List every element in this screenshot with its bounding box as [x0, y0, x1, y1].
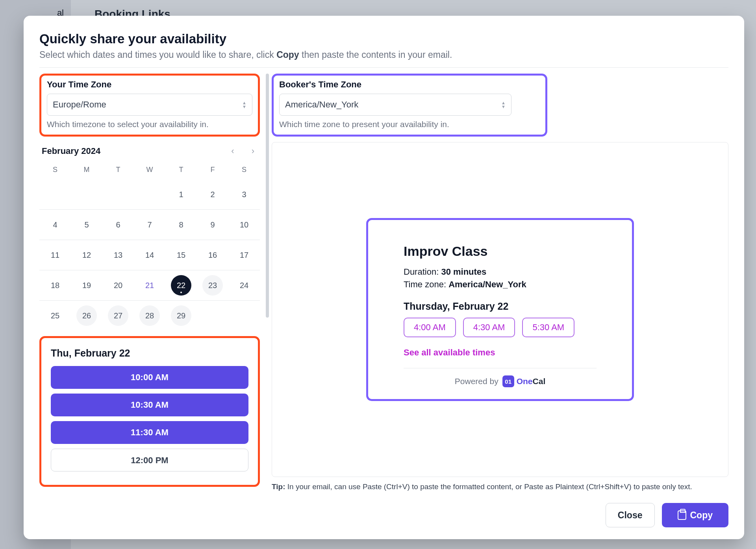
- calendar-day[interactable]: 4: [53, 220, 57, 229]
- calendar-cell[interactable]: 12: [71, 240, 102, 270]
- calendar-day[interactable]: 14: [145, 251, 154, 260]
- booker-timezone-label: Booker's Time Zone: [279, 79, 540, 90]
- close-button[interactable]: Close: [606, 503, 655, 527]
- calendar-cell[interactable]: 24: [228, 270, 260, 300]
- your-timezone-select[interactable]: Europe/Rome ▲▼: [47, 94, 252, 116]
- calendar-day[interactable]: 1: [179, 190, 183, 199]
- calendar-day[interactable]: 12: [82, 251, 91, 260]
- calendar-day[interactable]: 3: [242, 190, 246, 199]
- slots-day-title: Thu, February 22: [51, 348, 253, 359]
- calendar-cell[interactable]: 26: [71, 301, 102, 331]
- modal-title: Quickly share your availability: [39, 31, 728, 46]
- calendar-day[interactable]: 26: [76, 305, 97, 326]
- calendar-cell[interactable]: 14: [134, 240, 165, 270]
- calendar-day[interactable]: 25: [51, 311, 59, 320]
- calendar-day[interactable]: 27: [108, 305, 128, 326]
- calendar-cell[interactable]: 10: [228, 210, 260, 240]
- calendar-cell: [102, 179, 134, 209]
- calendar-cell[interactable]: 13: [102, 240, 134, 270]
- your-timezone-label: Your Time Zone: [47, 79, 252, 90]
- calendar-day[interactable]: 9: [210, 220, 215, 229]
- time-slot-button[interactable]: 10:00 AM: [51, 366, 248, 389]
- preview-event-title: Improv Class: [404, 244, 597, 259]
- calendar-day-selected[interactable]: 22: [171, 275, 191, 296]
- calendar-day[interactable]: 19: [82, 281, 91, 290]
- calendar-cell[interactable]: 4: [39, 210, 71, 240]
- copy-button-label: Copy: [690, 510, 713, 521]
- calendar-cell[interactable]: 16: [197, 240, 228, 270]
- calendar-cell: [228, 301, 260, 331]
- calendar-day[interactable]: 11: [51, 251, 59, 260]
- calendar-day[interactable]: 5: [84, 220, 89, 229]
- calendar-cell[interactable]: 22: [165, 270, 197, 300]
- calendar-cell[interactable]: 7: [134, 210, 165, 240]
- onecal-logo-icon: 01: [502, 375, 514, 387]
- modal-subtitle: Select which dates and times you would l…: [39, 50, 728, 60]
- chevron-right-icon: ›: [252, 146, 254, 156]
- calendar-cell[interactable]: 18: [39, 270, 71, 300]
- preview-time-slot[interactable]: 4:00 AM: [404, 318, 456, 337]
- calendar-cell[interactable]: 19: [71, 270, 102, 300]
- preview-time-slot[interactable]: 4:30 AM: [463, 318, 515, 337]
- calendar-cell[interactable]: 27: [102, 301, 134, 331]
- calendar-cell[interactable]: 15: [165, 240, 197, 270]
- divider: [39, 67, 728, 68]
- calendar-cell[interactable]: 6: [102, 210, 134, 240]
- booker-timezone-help: Which time zone to present your availabi…: [279, 120, 540, 129]
- chevron-left-icon: ‹: [231, 146, 234, 156]
- see-all-times-link[interactable]: See all available times: [404, 348, 597, 358]
- calendar-cell: [197, 301, 228, 331]
- scrollbar[interactable]: [266, 74, 269, 318]
- preview-area: Improv Class Duration: 30 minutes Time z…: [272, 142, 728, 477]
- copy-button[interactable]: Copy: [662, 503, 729, 527]
- calendar-day[interactable]: 16: [208, 251, 217, 260]
- calendar-cell[interactable]: 9: [197, 210, 228, 240]
- calendar-cell[interactable]: 21: [134, 270, 165, 300]
- calendar-dow: F: [197, 162, 228, 179]
- calendar-day[interactable]: 20: [114, 281, 122, 290]
- calendar-cell: [71, 179, 102, 209]
- calendar-next-button[interactable]: ›: [248, 144, 258, 158]
- calendar-cell[interactable]: 23: [197, 270, 228, 300]
- calendar-cell[interactable]: 5: [71, 210, 102, 240]
- calendar-day[interactable]: 6: [116, 220, 120, 229]
- calendar: February 2024 ‹ › SMTWTFS 12345678910111…: [39, 142, 260, 331]
- calendar-day[interactable]: 10: [240, 220, 248, 229]
- calendar-cell[interactable]: 20: [102, 270, 134, 300]
- calendar-day[interactable]: 13: [114, 251, 122, 260]
- calendar-cell[interactable]: 3: [228, 179, 260, 209]
- calendar-prev-button[interactable]: ‹: [228, 144, 237, 158]
- calendar-cell[interactable]: 25: [39, 301, 71, 331]
- time-slot-button[interactable]: 10:30 AM: [51, 394, 248, 416]
- calendar-day[interactable]: 28: [139, 305, 160, 326]
- calendar-cell[interactable]: 29: [165, 301, 197, 331]
- calendar-day[interactable]: 24: [240, 281, 248, 290]
- preview-time-slot[interactable]: 5:30 AM: [522, 318, 574, 337]
- time-slot-button[interactable]: 12:00 PM: [51, 449, 248, 471]
- calendar-day[interactable]: 8: [179, 220, 183, 229]
- calendar-cell[interactable]: 1: [165, 179, 197, 209]
- booker-timezone-select[interactable]: America/New_York ▲▼: [279, 94, 511, 116]
- calendar-cell[interactable]: 17: [228, 240, 260, 270]
- calendar-dow: T: [102, 162, 134, 179]
- calendar-day[interactable]: 18: [51, 281, 59, 290]
- calendar-cell[interactable]: 28: [134, 301, 165, 331]
- your-timezone-section: Your Time Zone Europe/Rome ▲▼ Which time…: [39, 74, 260, 137]
- your-timezone-help: Which timezone to select your availabili…: [47, 120, 252, 129]
- onecal-brand: 01 OneCal: [502, 375, 546, 387]
- time-slot-button[interactable]: 11:30 AM: [51, 421, 248, 444]
- chevron-updown-icon: ▲▼: [242, 101, 246, 108]
- calendar-day[interactable]: 2: [210, 190, 215, 199]
- calendar-cell[interactable]: 8: [165, 210, 197, 240]
- calendar-day[interactable]: 15: [177, 251, 185, 260]
- preview-timezone: Time zone: America/New_York: [404, 279, 597, 290]
- calendar-day[interactable]: 21: [145, 281, 154, 290]
- calendar-day[interactable]: 17: [240, 251, 248, 260]
- your-timezone-value: Europe/Rome: [53, 100, 106, 110]
- calendar-cell[interactable]: 2: [197, 179, 228, 209]
- calendar-day[interactable]: 29: [171, 305, 191, 326]
- calendar-day[interactable]: 7: [147, 220, 152, 229]
- calendar-day[interactable]: 23: [202, 275, 223, 296]
- powered-by: Powered by 01 OneCal: [404, 375, 597, 387]
- calendar-cell[interactable]: 11: [39, 240, 71, 270]
